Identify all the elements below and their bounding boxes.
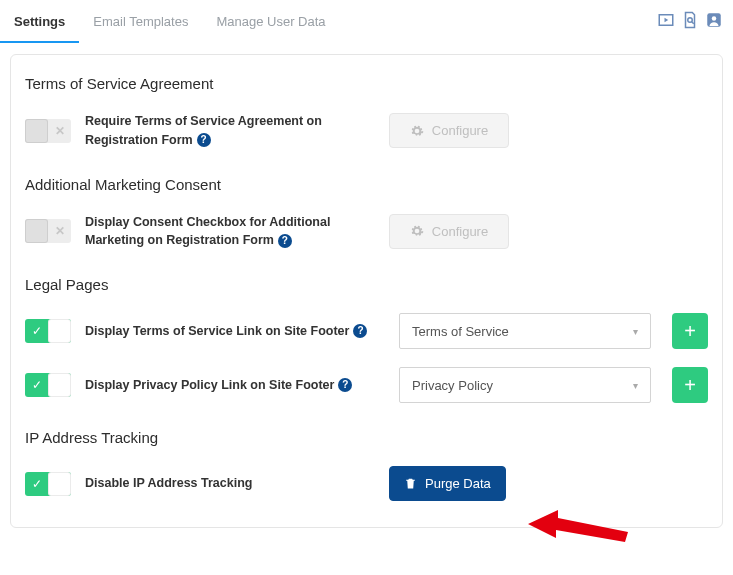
configure-tos-button: Configure xyxy=(389,113,509,148)
select-privacy-page[interactable]: Privacy Policy▾ xyxy=(399,367,651,403)
label-require-tos: Require Terms of Service Agreement on Re… xyxy=(85,112,375,150)
toggle-require-tos[interactable]: ✕ xyxy=(25,119,71,143)
label-marketing-consent: Display Consent Checkbox for Additional … xyxy=(85,213,375,251)
check-icon: ✓ xyxy=(32,477,42,491)
section-title-ip: IP Address Tracking xyxy=(11,421,722,460)
x-icon: ✕ xyxy=(55,124,65,138)
header-icons xyxy=(657,11,723,32)
toggle-privacy-footer[interactable]: ✓ xyxy=(25,373,71,397)
tabs: Settings Email Templates Manage User Dat… xyxy=(0,0,340,43)
plus-icon: + xyxy=(684,374,696,397)
purge-data-button[interactable]: Purge Data xyxy=(389,466,506,501)
trash-icon xyxy=(404,477,417,490)
check-icon: ✓ xyxy=(32,378,42,392)
gear-icon xyxy=(410,224,424,238)
section-title-marketing: Additional Marketing Consent xyxy=(11,168,722,207)
toggle-marketing-consent[interactable]: ✕ xyxy=(25,219,71,243)
gear-icon xyxy=(410,124,424,138)
section-title-tos: Terms of Service Agreement xyxy=(11,67,722,106)
toggle-tos-footer[interactable]: ✓ xyxy=(25,319,71,343)
label-tos-footer: Display Terms of Service Link on Site Fo… xyxy=(85,322,385,341)
help-icon[interactable]: ? xyxy=(197,133,211,147)
section-title-legal: Legal Pages xyxy=(11,268,722,307)
chevron-down-icon: ▾ xyxy=(633,326,638,337)
add-privacy-page-button[interactable]: + xyxy=(672,367,708,403)
toggle-disable-ip-tracking[interactable]: ✓ xyxy=(25,472,71,496)
svg-point-2 xyxy=(712,16,717,21)
chevron-down-icon: ▾ xyxy=(633,380,638,391)
help-icon[interactable]: ? xyxy=(338,378,352,392)
configure-marketing-button: Configure xyxy=(389,214,509,249)
search-doc-icon[interactable] xyxy=(681,11,699,32)
user-icon[interactable] xyxy=(705,11,723,32)
select-tos-page[interactable]: Terms of Service▾ xyxy=(399,313,651,349)
help-icon[interactable]: ? xyxy=(353,324,367,338)
tab-manage-user-data[interactable]: Manage User Data xyxy=(202,0,339,43)
x-icon: ✕ xyxy=(55,224,65,238)
play-window-icon[interactable] xyxy=(657,11,675,32)
tab-email-templates[interactable]: Email Templates xyxy=(79,0,202,43)
settings-panel: Terms of Service Agreement ✕ Require Ter… xyxy=(10,54,723,528)
add-tos-page-button[interactable]: + xyxy=(672,313,708,349)
check-icon: ✓ xyxy=(32,324,42,338)
label-disable-ip-tracking: Disable IP Address Tracking xyxy=(85,474,375,493)
help-icon[interactable]: ? xyxy=(278,234,292,248)
tab-settings[interactable]: Settings xyxy=(0,0,79,43)
plus-icon: + xyxy=(684,320,696,343)
label-privacy-footer: Display Privacy Policy Link on Site Foot… xyxy=(85,376,385,395)
